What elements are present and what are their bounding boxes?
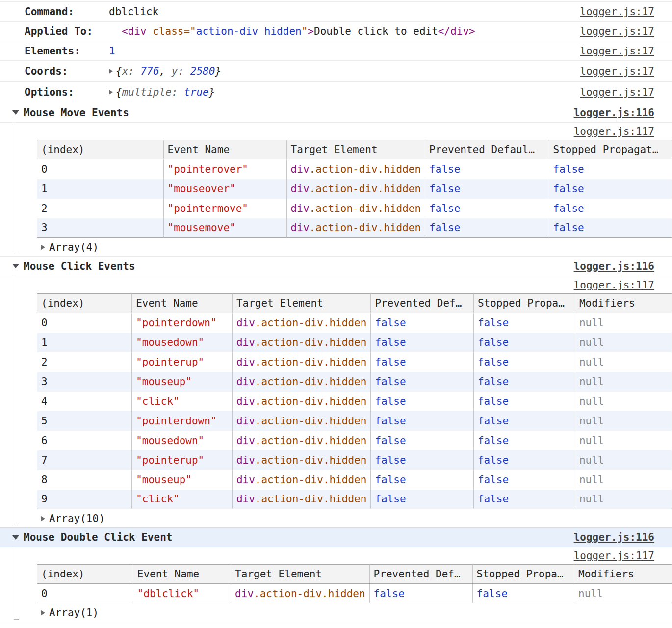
column-header[interactable]: Event Name [132, 294, 233, 313]
source-link[interactable]: logger.js:17 [580, 86, 654, 98]
column-header[interactable]: Event Name [133, 565, 231, 584]
column-header[interactable]: Stopped Propa… [473, 294, 575, 313]
table-cell: false [473, 352, 575, 372]
array-preview-row[interactable]: Array(10) [0, 509, 672, 528]
source-link[interactable]: logger.js:117 [574, 126, 654, 137]
node-tag: div [236, 337, 255, 348]
source-link[interactable]: logger.js:17 [580, 65, 654, 77]
table-cell: "mousedown" [132, 333, 233, 352]
expand-triangle-icon[interactable] [109, 69, 113, 74]
source-link[interactable]: logger.js:116 [574, 531, 654, 543]
group-header-mouse-double-click-event[interactable]: Mouse Double Click Event logger.js:116 [0, 527, 672, 547]
column-header[interactable]: Stopped Propagat… [549, 140, 672, 159]
element-preview[interactable]: <div class="action-div hidden">Double cl… [122, 26, 475, 37]
node-classes: .action-div.hidden [255, 454, 367, 466]
log-label: Elements: [25, 45, 109, 57]
group-header-mouse-click-events[interactable]: Mouse Click Events logger.js:116 [0, 257, 672, 276]
table-cell: false [425, 199, 549, 218]
source-link[interactable]: logger.js:17 [580, 6, 654, 18]
collapse-triangle-icon[interactable] [12, 110, 19, 115]
column-header[interactable]: (index) [37, 140, 164, 159]
table-cell: div.action-div.hidden [286, 199, 425, 218]
table-cell: div.action-div.hidden [286, 159, 425, 179]
column-header[interactable]: (index) [37, 565, 133, 584]
table-cell: "dblclick" [133, 584, 231, 603]
expand-triangle-icon[interactable] [41, 516, 45, 521]
table-cell: 9 [37, 490, 132, 509]
expand-triangle-icon[interactable] [41, 245, 45, 250]
node-classes: .action-div.hidden [255, 376, 367, 388]
table-source-row: logger.js:117 [0, 547, 672, 564]
element-attr-name: class [153, 26, 183, 37]
node-classes: .action-div.hidden [255, 356, 367, 368]
table-cell: false [473, 431, 575, 450]
column-header[interactable]: Modifiers [575, 294, 672, 313]
events-table-mouse-move: (index)Event NameTarget ElementPrevented… [37, 140, 672, 238]
table-row: 7"pointerup"div.action-div.hiddenfalsefa… [37, 450, 672, 470]
node-classes: .action-div.hidden [310, 183, 421, 195]
table-cell: null [575, 431, 672, 450]
group-title: Mouse Move Events [24, 107, 129, 119]
collapse-triangle-icon[interactable] [12, 535, 19, 540]
table-row: 0"dblclick"div.action-div.hiddenfalsefal… [37, 584, 672, 603]
table-cell: null [575, 470, 672, 490]
source-link[interactable]: logger.js:17 [580, 26, 654, 37]
preview-key: x: [122, 65, 141, 77]
table-cell: div.action-div.hidden [232, 470, 371, 490]
table-cell: div.action-div.hidden [286, 218, 425, 238]
console-log-row-applied-to: Applied To: <div class="action-div hidde… [0, 22, 672, 41]
column-header[interactable]: Prevented Def… [369, 565, 472, 584]
group-header-mouse-move-events[interactable]: Mouse Move Events logger.js:116 [0, 103, 672, 123]
column-header[interactable]: Prevented Defaul… [425, 140, 549, 159]
element-attr-value: action-div hidden [196, 26, 302, 37]
column-header[interactable]: Prevented Def… [371, 294, 473, 313]
node-classes: .action-div.hidden [255, 493, 367, 505]
column-header[interactable]: Target Element [232, 294, 371, 313]
table-cell: false [371, 392, 473, 411]
object-preview-options[interactable]: {multiple: true} [116, 86, 215, 98]
table-cell: 5 [37, 411, 132, 431]
table-row: 3"mousemove"div.action-div.hiddenfalsefa… [37, 218, 672, 238]
table-cell: null [575, 450, 672, 470]
table-cell: "mouseover" [163, 179, 286, 199]
source-link[interactable]: logger.js:117 [574, 550, 654, 562]
brace-close: } [209, 86, 215, 98]
expand-triangle-icon[interactable] [109, 90, 113, 95]
source-link[interactable]: logger.js:17 [580, 45, 654, 57]
node-classes: .action-div.hidden [310, 222, 421, 234]
column-header[interactable]: Target Element [286, 140, 425, 159]
source-link[interactable]: logger.js:117 [574, 279, 654, 291]
log-label: Options: [25, 86, 109, 98]
object-preview-coords[interactable]: {x: 776, y: 2580} [116, 65, 221, 77]
column-header[interactable]: Event Name [163, 140, 286, 159]
column-header[interactable]: Modifiers [574, 565, 672, 584]
table-cell: "pointerdown" [132, 411, 233, 431]
table-cell: 7 [37, 450, 132, 470]
node-tag: div [236, 415, 255, 427]
array-preview-row[interactable]: Array(1) [0, 603, 672, 622]
column-header[interactable]: Target Element [231, 565, 370, 584]
element-gt: > [308, 26, 314, 37]
preview-value: 776 [141, 65, 159, 77]
log-label: Command: [25, 6, 109, 18]
table-header-row: (index)Event NameTarget ElementPrevented… [37, 140, 672, 159]
source-link[interactable]: logger.js:116 [574, 107, 654, 119]
expand-triangle-icon[interactable] [41, 610, 45, 615]
brace-close: } [215, 65, 221, 77]
node-tag: div [291, 222, 310, 234]
node-tag: div [236, 317, 255, 329]
column-header[interactable]: (index) [37, 294, 132, 313]
table-cell: false [371, 470, 473, 490]
column-header[interactable]: Stopped Propa… [472, 565, 574, 584]
source-link[interactable]: logger.js:116 [574, 261, 654, 272]
table-cell: "click" [132, 392, 233, 411]
table-cell: 2 [37, 199, 164, 218]
table-row: 3"mouseup"div.action-div.hiddenfalsefals… [37, 372, 672, 392]
array-preview-row[interactable]: Array(4) [0, 238, 672, 257]
preview-value: true [184, 86, 209, 98]
console-log-row-coords: Coords: {x: 776, y: 2580} logger.js:17 [0, 61, 672, 82]
table-cell: null [575, 313, 672, 333]
collapse-triangle-icon[interactable] [12, 264, 19, 268]
table-cell: 3 [37, 218, 164, 238]
node-tag: div [236, 474, 255, 486]
